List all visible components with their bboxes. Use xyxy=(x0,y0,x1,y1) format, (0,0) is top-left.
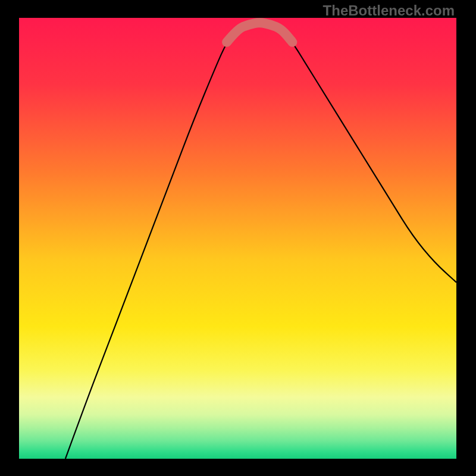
chart-frame: TheBottleneck.com xyxy=(0,0,476,476)
svg-rect-0 xyxy=(19,18,456,459)
plot-area xyxy=(19,18,456,459)
watermark-text: TheBottleneck.com xyxy=(323,2,455,19)
gradient-background xyxy=(19,18,456,459)
